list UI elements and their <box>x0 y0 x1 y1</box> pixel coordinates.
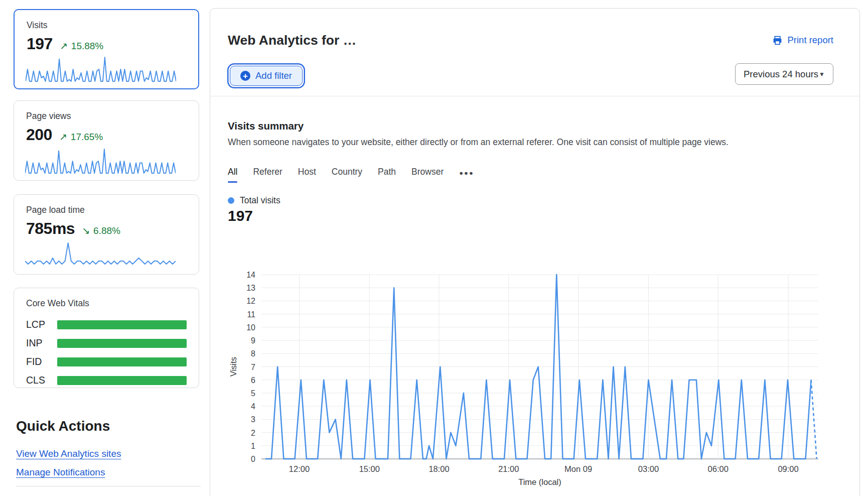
trend-up-icon: ↗ <box>60 40 68 52</box>
stat-card-change: ↘ 6.88% <box>82 225 120 236</box>
stat-card-page-views[interactable]: Page views 200 ↗ 17.65% <box>14 100 199 181</box>
trend-up-icon: ↗ <box>59 131 67 143</box>
page-views-sparkline <box>25 147 176 174</box>
dimension-tabs: AllRefererHostCountryPathBrowser●●● <box>228 167 474 183</box>
tab-referer[interactable]: Referer <box>253 167 282 183</box>
chart-legend: Total visits <box>228 195 280 206</box>
vital-label: INP <box>26 337 57 349</box>
vital-bar <box>57 339 187 348</box>
svg-text:13: 13 <box>246 284 255 292</box>
vital-row-inp: INP <box>26 337 187 349</box>
svg-text:11: 11 <box>247 310 255 319</box>
svg-text:03:00: 03:00 <box>638 464 659 473</box>
svg-text:2: 2 <box>251 429 255 437</box>
svg-text:15:00: 15:00 <box>359 464 380 473</box>
vital-label: LCP <box>26 319 57 330</box>
stat-card-change: ↗ 17.65% <box>59 131 103 143</box>
stat-card-title: Visits <box>27 20 186 31</box>
stat-card-change: ↗ 15.88% <box>60 40 103 52</box>
svg-text:7: 7 <box>251 363 255 371</box>
svg-text:Visits: Visits <box>229 357 238 377</box>
legend-dot-icon <box>228 197 234 204</box>
svg-text:3: 3 <box>251 415 255 424</box>
vital-bar <box>57 320 187 329</box>
svg-text:0: 0 <box>251 455 255 463</box>
time-range-dropdown[interactable]: Previous 24 hours ▼ <box>735 63 833 85</box>
svg-text:9: 9 <box>251 336 255 345</box>
core-web-vitals-title: Core Web Vitals <box>26 298 187 309</box>
time-range-value: Previous 24 hours <box>744 69 818 80</box>
visits-sparkline <box>26 55 176 82</box>
add-filter-label: Add filter <box>255 70 292 81</box>
vital-row-fid: FID <box>26 356 187 367</box>
svg-text:14: 14 <box>246 271 255 279</box>
link-manage-notifications[interactable]: Manage Notifications <box>16 467 105 478</box>
stat-card-visits[interactable]: Visits 197 ↗ 15.88% <box>14 9 199 89</box>
stat-card-change-value: 17.65% <box>71 132 103 143</box>
svg-text:12:00: 12:00 <box>289 464 310 473</box>
svg-text:8: 8 <box>251 349 255 358</box>
tab-browser[interactable]: Browser <box>411 167 444 183</box>
tab-country[interactable]: Country <box>332 167 362 183</box>
svg-text:Mon 09: Mon 09 <box>564 464 592 473</box>
chevron-down-icon: ▼ <box>819 71 825 78</box>
add-filter-button[interactable]: + Add filter <box>230 66 303 86</box>
page-title: Web Analytics for … <box>228 33 356 48</box>
vital-row-lcp: LCP <box>26 319 187 330</box>
stat-card-change-value: 15.88% <box>71 41 103 52</box>
page-load-time-sparkline <box>25 241 176 268</box>
link-view-web-analytics-sites[interactable]: View Web Analytics sites <box>16 448 121 459</box>
main-panel: Web Analytics for … Print report + Add f… <box>210 8 860 496</box>
svg-text:5: 5 <box>251 389 255 398</box>
legend-label: Total visits <box>240 195 280 206</box>
sidebar-divider <box>16 486 201 486</box>
vital-label: FID <box>26 356 57 367</box>
tab-path[interactable]: Path <box>378 167 396 183</box>
svg-text:4: 4 <box>251 402 255 411</box>
stat-card-value: 197 <box>27 35 53 53</box>
svg-text:1: 1 <box>251 442 255 450</box>
svg-text:21:00: 21:00 <box>498 464 519 473</box>
vital-bar <box>57 376 187 385</box>
print-report-label: Print report <box>787 35 833 46</box>
svg-text:18:00: 18:00 <box>428 464 449 473</box>
plus-glyph: + <box>243 72 248 80</box>
more-tabs-button[interactable]: ●●● <box>459 169 474 181</box>
header-divider <box>210 96 859 96</box>
print-report-button[interactable]: Print report <box>772 35 833 46</box>
svg-text:Time (local): Time (local) <box>518 477 561 486</box>
tab-host[interactable]: Host <box>298 167 316 183</box>
stat-card-change-value: 6.88% <box>93 225 120 236</box>
svg-text:6: 6 <box>251 376 255 385</box>
core-web-vitals-card: Core Web Vitals LCPINPFIDCLS <box>14 288 199 388</box>
core-web-vitals-rows: LCPINPFIDCLS <box>26 319 187 386</box>
visits-chart: 0123456789101112131412:0015:0018:0021:00… <box>214 236 856 496</box>
stat-card-title: Page load time <box>26 205 187 215</box>
total-visits-value: 197 <box>228 207 253 224</box>
stat-card-value: 785ms <box>26 219 75 238</box>
printer-icon <box>772 35 783 46</box>
stat-card-value: 200 <box>26 126 52 144</box>
web-analytics-dashboard: Visits 197 ↗ 15.88% Page views 200 ↗ 17.… <box>0 0 868 496</box>
svg-text:10: 10 <box>246 323 255 332</box>
visits-line-chart: 0123456789101112131412:0015:0018:0021:00… <box>214 236 856 496</box>
quick-actions-title: Quick Actions <box>16 418 110 434</box>
trend-down-icon: ↘ <box>82 225 90 236</box>
vital-label: CLS <box>26 375 57 386</box>
svg-text:06:00: 06:00 <box>708 464 729 473</box>
svg-text:12: 12 <box>246 297 255 305</box>
visits-summary-title: Visits summary <box>228 120 304 132</box>
visits-summary-description: When someone navigates to your website, … <box>228 137 729 148</box>
tab-all[interactable]: All <box>228 167 237 183</box>
stat-card-title: Page views <box>26 111 187 121</box>
stat-card-page-load-time[interactable]: Page load time 785ms ↘ 6.88% <box>14 194 199 275</box>
plus-circle-icon: + <box>240 71 250 81</box>
vital-bar <box>57 357 187 366</box>
svg-text:09:00: 09:00 <box>778 464 798 473</box>
vital-row-cls: CLS <box>26 375 187 386</box>
